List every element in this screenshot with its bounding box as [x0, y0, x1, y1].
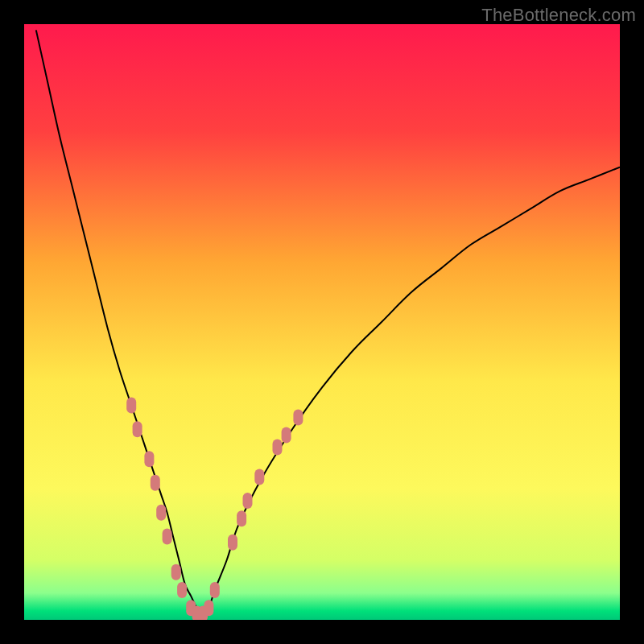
data-marker	[133, 421, 142, 437]
data-marker	[156, 505, 166, 521]
data-marker	[144, 451, 154, 467]
data-marker	[204, 600, 213, 616]
data-marker	[243, 493, 253, 509]
data-marker	[237, 510, 246, 526]
data-marker	[228, 535, 237, 551]
data-marker	[210, 582, 220, 598]
data-marker	[177, 582, 187, 598]
data-marker	[282, 427, 291, 444]
data-marker	[293, 409, 303, 425]
data-marker	[273, 439, 283, 455]
chart-container: TheBottleneck.com	[0, 0, 644, 644]
data-marker	[254, 469, 264, 485]
data-marker	[126, 398, 136, 414]
watermark-text: TheBottleneck.com	[481, 5, 636, 26]
chart-svg	[24, 24, 620, 620]
chart-background	[24, 24, 620, 620]
data-marker	[151, 475, 160, 491]
data-marker	[171, 564, 181, 580]
data-marker	[163, 528, 172, 544]
